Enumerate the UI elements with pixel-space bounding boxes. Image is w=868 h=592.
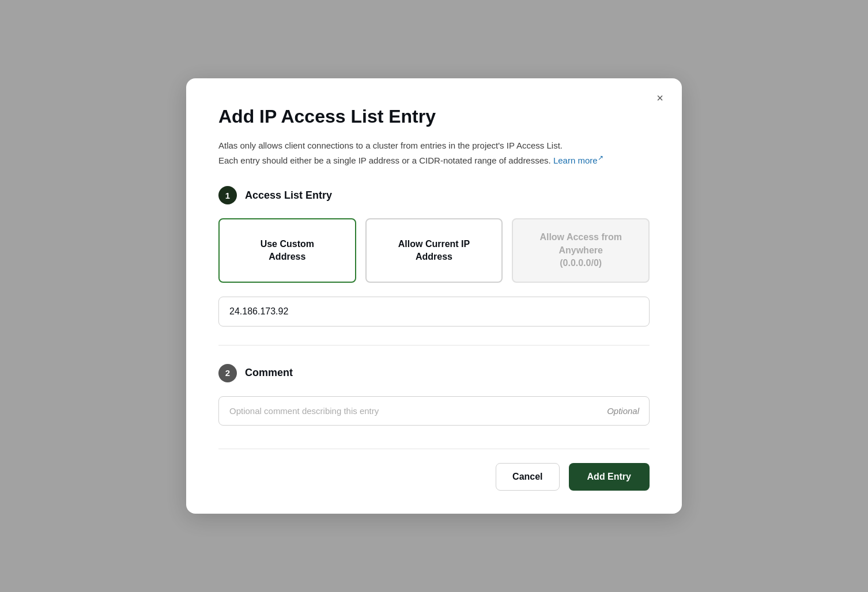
option-allow-current-ip[interactable]: Allow Current IPAddress	[365, 218, 503, 282]
section2-title: Comment	[245, 367, 293, 379]
learn-more-link[interactable]: Learn more↗	[553, 155, 603, 165]
comment-field-wrapper: Optional	[218, 396, 650, 426]
section2-badge: 2	[218, 364, 237, 382]
section1-title: Access List Entry	[245, 189, 332, 202]
section1-header: 1 Access List Entry	[218, 186, 650, 204]
description-line1: Atlas only allows client connections to …	[218, 141, 563, 150]
add-entry-button[interactable]: Add Entry	[569, 463, 650, 491]
modal-title: Add IP Access List Entry	[218, 106, 650, 127]
modal-footer: Cancel Add Entry	[218, 449, 650, 491]
option-allow-anywhere: Allow Access fromAnywhere(0.0.0.0/0)	[512, 218, 650, 282]
modal-dialog: × Add IP Access List Entry Atlas only al…	[186, 78, 682, 513]
section1-badge: 1	[218, 186, 237, 204]
section-divider	[218, 345, 650, 346]
description-line2: Each entry should either be a single IP …	[218, 155, 551, 165]
section2-header: 2 Comment	[218, 364, 650, 382]
cancel-button[interactable]: Cancel	[496, 463, 559, 491]
modal-description: Atlas only allows client connections to …	[218, 139, 650, 168]
external-link-icon: ↗	[598, 153, 603, 164]
ip-address-input[interactable]	[218, 297, 650, 327]
option-use-custom[interactable]: Use CustomAddress	[218, 218, 356, 282]
option-buttons-group: Use CustomAddress Allow Current IPAddres…	[218, 218, 650, 282]
comment-input[interactable]	[218, 396, 650, 426]
close-button[interactable]: ×	[652, 90, 668, 106]
modal-overlay: × Add IP Access List Entry Atlas only al…	[0, 0, 868, 592]
